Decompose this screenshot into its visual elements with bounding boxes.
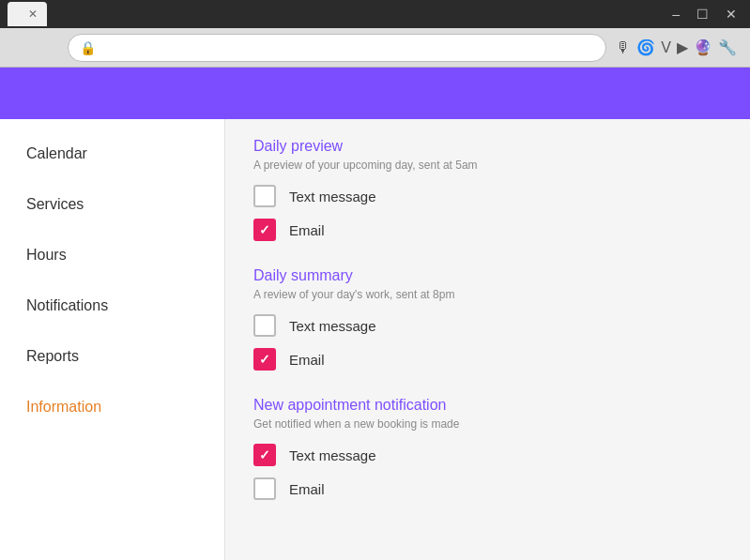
daily-preview-subtitle: A preview of your upcoming day, sent at … <box>253 159 722 172</box>
new-appointment-email-label: Email <box>289 481 325 497</box>
browser-tab[interactable]: ✕ <box>8 2 47 26</box>
daily-preview-text-checkbox[interactable] <box>253 185 276 207</box>
main-content: Daily preview A preview of your upcoming… <box>225 119 750 560</box>
lock-icon: 🔒 <box>80 40 96 55</box>
daily-preview-text-row: Text message <box>253 185 722 207</box>
title-bar-left: ✕ <box>8 2 60 26</box>
daily-summary-text-row: Text message <box>253 314 722 337</box>
main-layout: Calendar Services Hours Notifications Re… <box>0 119 750 560</box>
ext4-icon[interactable]: 🔮 <box>694 38 712 56</box>
daily-preview-title: Daily preview <box>253 138 722 155</box>
daily-summary-email-label: Email <box>289 352 325 368</box>
new-appointment-text-row: Text message <box>253 444 722 466</box>
daily-summary-email-checkbox[interactable] <box>253 348 276 371</box>
tab-close-button[interactable]: ✕ <box>28 8 38 21</box>
daily-summary-title: Daily summary <box>253 267 722 284</box>
daily-summary-subtitle: A review of your day's work, sent at 8pm <box>253 288 722 301</box>
daily-preview-email-row: Email <box>253 219 722 241</box>
new-appointment-subtitle: Get notified when a new booking is made <box>253 417 722 431</box>
ext1-icon[interactable]: 🌀 <box>636 38 655 56</box>
daily-summary-text-checkbox[interactable] <box>253 314 276 337</box>
title-bar: ✕ – ☐ ✕ <box>0 0 750 28</box>
new-appointment-section: New appointment notification Get notifie… <box>253 397 722 500</box>
maximize-button[interactable]: ☐ <box>691 5 714 23</box>
sidebar-item-notifications[interactable]: Notifications <box>0 280 224 331</box>
sidebar-item-hours[interactable]: Hours <box>0 230 224 280</box>
minimize-button[interactable]: – <box>666 5 685 23</box>
home-button[interactable] <box>53 44 64 52</box>
new-appointment-email-row: Email <box>253 477 722 500</box>
forward-button[interactable] <box>23 44 34 52</box>
reload-button[interactable] <box>38 44 49 52</box>
back-button[interactable] <box>8 44 19 52</box>
address-bar[interactable]: 🔒 <box>68 34 606 62</box>
new-appointment-text-checkbox[interactable] <box>253 444 276 466</box>
nav-bar: 🔒 🎙 🌀 V ▶ 🔮 🔧 <box>0 28 750 68</box>
title-bar-right: – ☐ ✕ <box>661 5 742 23</box>
new-appointment-text-label: Text message <box>289 447 376 463</box>
mic-icon[interactable]: 🎙 <box>616 39 631 56</box>
app-header <box>0 68 750 119</box>
nav-icons: 🎙 🌀 V ▶ 🔮 🔧 <box>616 38 742 56</box>
daily-summary-email-row: Email <box>253 348 722 371</box>
daily-summary-section: Daily summary A review of your day's wor… <box>253 267 722 371</box>
sidebar-item-reports[interactable]: Reports <box>0 331 224 382</box>
sidebar-item-information[interactable]: Information <box>0 382 224 432</box>
daily-preview-section: Daily preview A preview of your upcoming… <box>253 138 722 241</box>
daily-preview-email-label: Email <box>289 222 325 238</box>
sidebar-item-calendar[interactable]: Calendar <box>0 129 224 179</box>
sidebar: Calendar Services Hours Notifications Re… <box>0 119 225 560</box>
sidebar-item-services[interactable]: Services <box>0 179 224 230</box>
close-button[interactable]: ✕ <box>720 5 742 23</box>
daily-preview-email-checkbox[interactable] <box>253 219 276 241</box>
ext5-icon[interactable]: 🔧 <box>718 38 737 56</box>
new-appointment-email-checkbox[interactable] <box>253 477 276 500</box>
ext2-icon[interactable]: V <box>661 39 671 56</box>
new-appointment-title: New appointment notification <box>253 397 722 414</box>
daily-preview-text-label: Text message <box>289 189 376 204</box>
ext3-icon[interactable]: ▶ <box>677 38 688 56</box>
daily-summary-text-label: Text message <box>289 318 376 334</box>
